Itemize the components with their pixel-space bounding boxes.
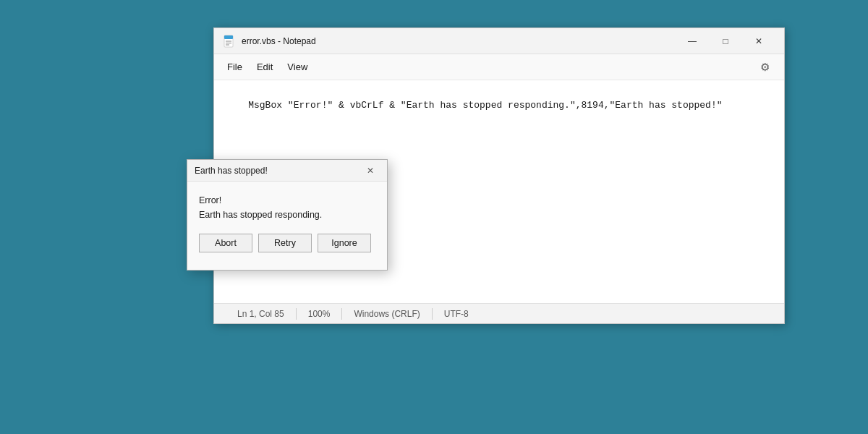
- dialog-close-button[interactable]: ✕: [361, 163, 380, 179]
- dialog-title: Earth has stopped!: [195, 166, 361, 176]
- dialog-message: Error! Earth has stopped responding.: [199, 193, 375, 222]
- encoding: UTF-8: [433, 309, 480, 319]
- window-title: error.vbs - Notepad: [242, 36, 676, 46]
- svg-rect-1: [224, 35, 233, 39]
- notepad-icon: [223, 35, 236, 48]
- dialog-buttons: Abort Retry Ignore: [199, 234, 375, 261]
- line-ending: Windows (CRLF): [342, 309, 431, 319]
- dialog-message-line2: Earth has stopped responding.: [199, 208, 375, 222]
- menu-file[interactable]: File: [220, 59, 250, 75]
- dialog-content: Error! Earth has stopped responding. Abo…: [187, 182, 387, 270]
- menu-view[interactable]: View: [280, 59, 315, 75]
- menu-bar: File Edit View ⚙: [214, 54, 784, 80]
- error-dialog: Earth has stopped! ✕ Error! Earth has st…: [187, 159, 388, 271]
- ignore-button[interactable]: Ignore: [318, 234, 371, 252]
- editor-content: MsgBox "Error!" & vbCrLf & "Earth has st…: [248, 100, 722, 111]
- settings-icon[interactable]: ⚙: [754, 58, 775, 76]
- close-button[interactable]: ✕: [742, 28, 775, 54]
- retry-button[interactable]: Retry: [258, 234, 312, 252]
- minimize-button[interactable]: —: [676, 28, 709, 54]
- title-bar: error.vbs - Notepad — □ ✕: [214, 28, 784, 54]
- maximize-button[interactable]: □: [709, 28, 742, 54]
- window-controls: — □ ✕: [676, 28, 775, 54]
- cursor-position: Ln 1, Col 85: [226, 309, 296, 319]
- menu-edit[interactable]: Edit: [250, 59, 280, 75]
- zoom-level: 100%: [297, 309, 342, 319]
- abort-button[interactable]: Abort: [199, 234, 252, 252]
- status-bar: Ln 1, Col 85 100% Windows (CRLF) UTF-8: [214, 303, 784, 323]
- dialog-message-line1: Error!: [199, 193, 375, 208]
- dialog-title-bar: Earth has stopped! ✕: [187, 160, 387, 182]
